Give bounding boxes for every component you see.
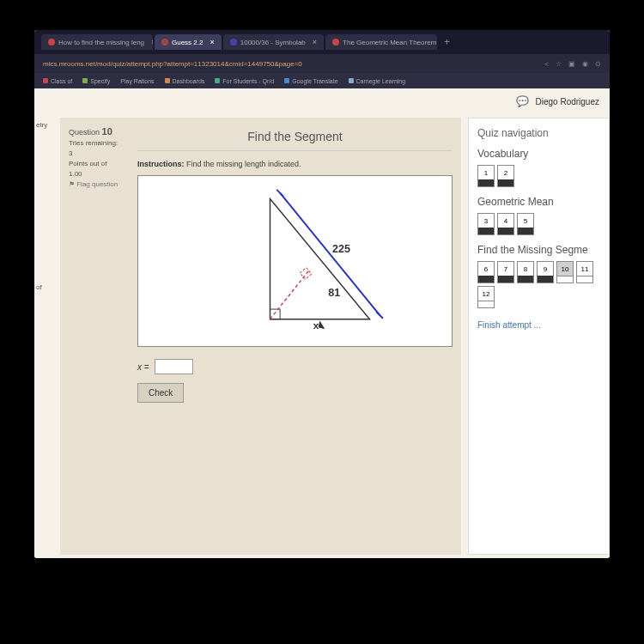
page-content: 💬 Diego Rodriguez etry of Question 10 Tr… [34,88,610,558]
unknown-label: x [313,319,319,331]
close-icon[interactable]: × [313,38,317,46]
nav-title: Quiz navigation [477,127,600,139]
tab-label: Guess 2.2 [172,39,203,46]
svg-line-2 [270,270,310,319]
svg-line-5 [276,190,283,197]
tab-label: How to find the missing leng [58,39,144,46]
bookmark-icon [43,78,48,83]
segment-label: 81 [328,287,340,299]
bookmark[interactable]: Specify [82,78,110,84]
quiz-navigation: Quiz navigation Vocabulary 1 2 Geometric… [468,118,610,555]
nav-boxes: 1 2 [477,165,600,187]
question-title: Find the Segment [137,126,453,151]
bookmarks-bar: Class of Specify Play Rations Dashboards… [34,73,610,88]
nav-section-title: Geometric Mean [477,196,600,208]
bookmark[interactable]: Google Translate [284,78,337,84]
bookmark-icon [165,78,170,83]
nav-question[interactable]: 2 [497,165,514,187]
nav-question-current[interactable]: 10 [556,261,574,283]
question-content: Find the Segment Instructions: Find the … [137,126,453,546]
share-icon[interactable]: < [544,60,549,68]
bookmark[interactable]: Play Rations [120,78,154,84]
nav-question[interactable]: 12 [477,286,495,308]
close-icon[interactable]: × [210,38,214,46]
question-number: Question 10 [69,126,129,137]
star-icon[interactable]: ☆ [556,60,562,68]
ext-icon[interactable]: ◉ [582,60,588,68]
nav-question[interactable]: 7 [497,261,514,283]
bookmark-icon [82,78,88,83]
svg-rect-3 [300,268,312,280]
browser-tab[interactable]: The Geometric Mean Theorem × [325,34,437,50]
chat-icon[interactable]: 💬 [516,95,529,107]
ext-icon[interactable]: ⊙ [595,60,601,68]
question-panel: Question 10 Tries remaining: 3 Points ou… [60,118,461,555]
laptop-frame: How to find the missing leng × Guess 2.2… [0,0,644,644]
tries-value: 3 [69,149,129,157]
instructions: Instructions: Find the missing length in… [137,160,453,168]
sidebar-text: of [36,283,52,291]
nav-question[interactable]: 8 [517,261,534,283]
main-layout: etry of Question 10 Tries remaining: 3 P… [34,114,610,558]
nav-question[interactable]: 3 [477,213,495,235]
nav-question[interactable]: 5 [517,213,534,235]
tab-favicon [230,39,237,46]
answer-row: x = [137,359,453,374]
screen: How to find the missing leng × Guess 2.2… [34,30,610,558]
url-text[interactable]: mics.mrooms.net/mod/quiz/attempt.php?att… [43,60,302,68]
nav-boxes: 3 4 5 [477,213,600,235]
points-value: 1.00 [69,170,129,178]
bookmark[interactable]: Class of [43,78,72,84]
browser-tab[interactable]: Guess 2.2 × [155,34,222,50]
tab-favicon [332,39,339,46]
nav-question[interactable]: 1 [477,165,495,187]
nav-question[interactable]: 11 [576,261,593,283]
user-name[interactable]: Diego Rodriguez [536,97,600,106]
bookmark-icon [215,78,220,83]
check-button[interactable]: Check [137,383,184,403]
svg-line-6 [376,312,383,319]
browser-tab[interactable]: 10000/36 - Symbolab × [223,34,324,50]
figure: 225 81 x [137,175,453,347]
hypotenuse-label: 225 [332,243,350,255]
bookmark-icon [349,78,354,83]
tries-label: Tries remaining: [69,139,129,147]
nav-boxes: 6 7 8 9 10 11 12 [477,261,600,308]
answer-variable: x = [137,362,149,372]
bookmark[interactable]: For Students - Qr/d [215,78,274,84]
question-meta: Question 10 Tries remaining: 3 Points ou… [69,126,129,546]
left-sidebar: etry of [34,118,53,555]
bookmark[interactable]: Dashboards [165,78,205,84]
ext-icon[interactable]: ▣ [568,60,575,68]
user-header: 💬 Diego Rodriguez [34,88,610,114]
nav-section-title: Find the Missing Segme [477,244,600,256]
nav-section-title: Vocabulary [477,148,600,160]
browser-tab[interactable]: How to find the missing leng × [41,34,153,50]
browser-tabs: How to find the missing leng × Guess 2.2… [34,30,610,54]
tab-label: The Geometric Mean Theorem [343,39,436,46]
points-label: Points out of [69,160,129,167]
bookmark-icon [284,78,289,83]
url-actions: < ☆ ▣ ◉ ⊙ [544,60,601,68]
flag-question[interactable]: ⚑ Flag question [69,180,129,188]
nav-question[interactable]: 9 [537,261,554,283]
nav-question[interactable]: 6 [477,261,495,283]
sidebar-text: etry [36,121,52,129]
tab-favicon [48,39,55,46]
tab-favicon [161,39,168,46]
finish-attempt-link[interactable]: Finish attempt ... [477,320,600,330]
bookmark[interactable]: Carnegie Learning [349,78,406,84]
new-tab-button[interactable]: + [439,36,455,48]
url-bar: mics.mrooms.net/mod/quiz/attempt.php?att… [34,54,610,73]
tab-label: 10000/36 - Symbolab [240,39,306,46]
close-icon[interactable]: × [151,38,153,46]
triangle-diagram: 225 81 x [149,186,441,336]
nav-question[interactable]: 4 [497,213,514,235]
svg-marker-7 [319,321,325,330]
answer-input[interactable] [155,359,193,374]
